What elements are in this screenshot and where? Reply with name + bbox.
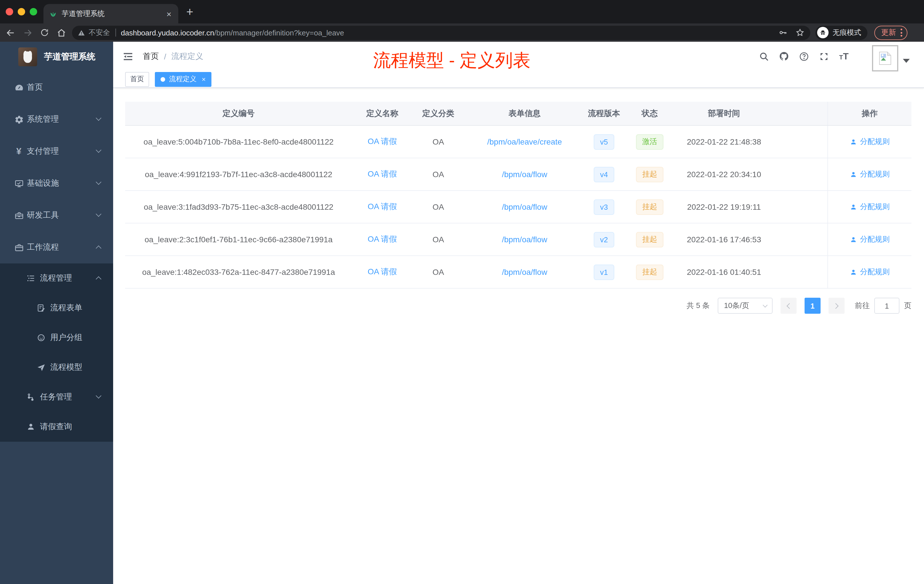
col-header: 部署时间 xyxy=(676,102,771,125)
user-icon xyxy=(850,236,857,243)
status-badge: 挂起 xyxy=(636,167,663,182)
version-badge: v4 xyxy=(594,167,614,182)
menu-dots-icon[interactable] xyxy=(901,28,902,36)
goto-unit: 页 xyxy=(904,300,911,311)
home-icon[interactable] xyxy=(56,28,66,38)
deploy-time: 2022-01-22 21:48:38 xyxy=(676,126,771,158)
definition-category: OA xyxy=(412,158,464,190)
sidebar-item-process-form[interactable]: 流程表单 xyxy=(0,293,113,323)
page-number-current[interactable]: 1 xyxy=(805,298,820,314)
chevron-down-icon xyxy=(96,211,101,217)
assign-rule-button[interactable]: 分配规则 xyxy=(850,267,890,277)
chevron-down-icon xyxy=(96,147,101,153)
update-browser-button[interactable]: 更新 xyxy=(874,25,908,40)
status-badge: 挂起 xyxy=(636,199,663,214)
tab-close-icon[interactable]: × xyxy=(165,10,173,18)
user-icon xyxy=(850,171,857,178)
incognito-label: 无痕模式 xyxy=(833,28,861,38)
forward-icon[interactable] xyxy=(23,28,33,38)
workflow-submenu: 流程管理 流程表单 用户分组 流程模型 任务管理 xyxy=(0,264,113,442)
definition-name-link[interactable]: OA 请假 xyxy=(368,169,397,180)
form-link[interactable]: /bpm/oa/flow xyxy=(502,202,548,211)
avatar[interactable] xyxy=(872,45,898,71)
user-icon xyxy=(850,138,857,145)
new-tab-button[interactable]: + xyxy=(186,5,193,19)
close-window-button[interactable] xyxy=(6,8,13,15)
tab-title: 芋道管理系统 xyxy=(62,9,165,18)
sidebar-item-devtools[interactable]: 研发工具 xyxy=(0,200,113,231)
form-link[interactable]: /bpm/oa/leave/create xyxy=(487,137,562,146)
sidebar-item-home[interactable]: 首页 xyxy=(0,71,113,104)
reload-icon[interactable] xyxy=(40,28,49,37)
browser-tab[interactable]: 芋道管理系统 × xyxy=(43,4,178,23)
sidebar-item-payment[interactable]: ¥ 支付管理 xyxy=(0,135,113,167)
fullscreen-icon[interactable] xyxy=(819,51,830,61)
back-icon[interactable] xyxy=(6,28,15,38)
page-content: 定义编号 定义名称 定义分类 表单信息 流程版本 状态 部署时间 操作 oa_l… xyxy=(113,88,924,314)
help-icon[interactable] xyxy=(799,51,809,61)
form-link[interactable]: /bpm/oa/flow xyxy=(502,170,548,179)
definition-table: 定义编号 定义名称 定义分类 表单信息 流程版本 状态 部署时间 操作 oa_l… xyxy=(125,102,911,289)
avatar-caret-icon[interactable] xyxy=(903,59,910,63)
people-icon xyxy=(36,333,46,343)
pagination: 共 5 条 10条/页 1 前往 1 页 xyxy=(125,298,911,314)
prev-page-button[interactable] xyxy=(780,298,797,314)
assign-rule-button[interactable]: 分配规则 xyxy=(850,137,890,147)
user-icon xyxy=(850,268,857,276)
col-header: 定义编号 xyxy=(125,102,352,125)
table-row: oa_leave:1:482ec033-762a-11ec-8477-a2380… xyxy=(125,256,911,289)
table-row: oa_leave:2:3c1f0ef1-76b1-11ec-9c66-a2380… xyxy=(125,223,911,256)
key-icon[interactable] xyxy=(778,28,787,37)
font-size-icon[interactable]: TT xyxy=(839,51,848,61)
app-window: 芋道管理系统 首页 系统管理 ¥ 支付管理 基础设施 xyxy=(0,42,924,584)
app-title: 芋道管理系统 xyxy=(44,51,96,62)
sidebar-item-system[interactable]: 系统管理 xyxy=(0,104,113,135)
version-badge: v5 xyxy=(594,134,614,149)
search-icon[interactable] xyxy=(759,51,769,61)
assign-rule-button[interactable]: 分配规则 xyxy=(850,234,890,244)
sidebar-item-task-mgmt[interactable]: 任务管理 xyxy=(0,382,113,412)
tag-close-icon[interactable]: × xyxy=(202,75,206,83)
security-label[interactable]: 不安全 xyxy=(89,28,110,38)
breadcrumb-home[interactable]: 首页 xyxy=(143,51,159,61)
definition-name-link[interactable]: OA 请假 xyxy=(368,234,397,244)
url-text[interactable]: dashboard.yudao.iocoder.cn/bpm/manager/d… xyxy=(121,28,344,37)
sidebar-item-infra[interactable]: 基础设施 xyxy=(0,167,113,200)
next-page-button[interactable] xyxy=(828,298,845,314)
active-dot-icon xyxy=(160,77,165,81)
address-bar[interactable]: 不安全 dashboard.yudao.iocoder.cn/bpm/manag… xyxy=(72,25,810,40)
definition-name-link[interactable]: OA 请假 xyxy=(368,267,397,277)
page-size-select[interactable]: 10条/页 xyxy=(718,298,772,314)
sidebar-item-user-group[interactable]: 用户分组 xyxy=(0,323,113,353)
status-badge: 挂起 xyxy=(636,232,663,247)
goto-page-input[interactable]: 1 xyxy=(874,298,899,314)
definition-id: oa_leave:1:482ec033-762a-11ec-8477-a2380… xyxy=(125,256,352,288)
github-icon[interactable] xyxy=(779,51,789,61)
breadcrumb-current: 流程定义 xyxy=(172,51,203,61)
assign-rule-button[interactable]: 分配规则 xyxy=(850,202,890,212)
definition-name-link[interactable]: OA 请假 xyxy=(368,202,397,212)
sidebar-item-leave-query[interactable]: 请假查询 xyxy=(0,412,113,442)
assign-rule-button[interactable]: 分配规则 xyxy=(850,169,890,180)
minimize-window-button[interactable] xyxy=(18,8,25,15)
definition-name-link[interactable]: OA 请假 xyxy=(368,137,397,147)
form-link[interactable]: /bpm/oa/flow xyxy=(502,235,548,244)
collapse-sidebar-icon[interactable] xyxy=(122,51,134,62)
sidebar-item-process-model[interactable]: 流程模型 xyxy=(0,353,113,382)
user-icon xyxy=(26,422,36,432)
sidebar-logo[interactable]: 芋道管理系统 xyxy=(0,42,113,71)
chevron-down-icon xyxy=(96,115,101,121)
send-icon xyxy=(36,362,46,373)
deploy-time: 2022-01-16 01:40:51 xyxy=(676,256,771,288)
zoom-window-button[interactable] xyxy=(30,8,37,15)
sidebar-item-process-mgmt[interactable]: 流程管理 xyxy=(0,264,113,293)
incognito-badge: 无痕模式 xyxy=(815,25,868,40)
bookmark-star-icon[interactable] xyxy=(795,28,805,37)
tag-process-definition[interactable]: 流程定义 × xyxy=(155,72,211,87)
chevron-down-icon xyxy=(96,393,101,399)
tag-home[interactable]: 首页 xyxy=(125,72,149,87)
table-row: oa_leave:4:991f2193-7b7f-11ec-a3c8-acde4… xyxy=(125,158,911,191)
sidebar-item-workflow[interactable]: 工作流程 xyxy=(0,231,113,264)
chevron-left-icon xyxy=(787,303,792,308)
form-link[interactable]: /bpm/oa/flow xyxy=(502,267,548,277)
